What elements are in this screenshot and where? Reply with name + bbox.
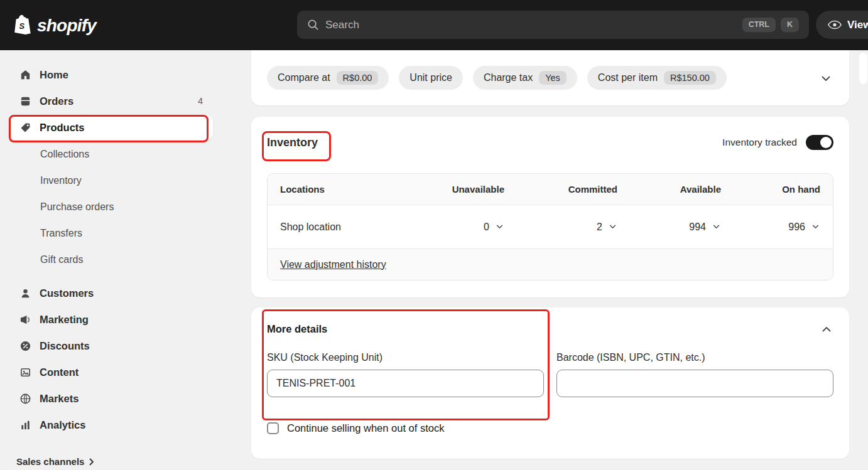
pill-label: Compare at <box>278 72 330 83</box>
unavailable-value: 0 <box>484 222 489 233</box>
sidebar-item-label: Content <box>40 366 79 378</box>
continue-selling-checkbox[interactable] <box>267 422 279 434</box>
svg-text:S: S <box>19 21 25 31</box>
more-details-card: More details SKU (Stock Keeping Unit) Ba… <box>251 307 849 459</box>
inventory-table: Locations Unavailable Committed Availabl… <box>267 173 833 280</box>
committed-dropdown-chevron-icon[interactable] <box>608 223 617 230</box>
sidebar-item-content[interactable]: Content <box>9 360 213 385</box>
more-details-title: More details <box>267 323 327 335</box>
sidebar-item-home[interactable]: Home <box>9 62 213 87</box>
content-icon <box>19 366 31 378</box>
pricing-card: Compare at R$0.00 Unit price Charge tax … <box>251 50 849 105</box>
continue-selling-label: Continue selling when out of stock <box>287 422 444 434</box>
inventory-title: Inventory <box>267 134 318 151</box>
kbd-k: K <box>781 18 799 32</box>
col-locations: Locations <box>280 184 388 195</box>
orders-icon <box>19 95 31 107</box>
sidebar-item-marketing[interactable]: Marketing <box>9 307 213 332</box>
sku-label: SKU (Stock Keeping Unit) <box>267 351 544 364</box>
on-hand-value: 996 <box>788 222 805 233</box>
home-icon <box>19 68 31 81</box>
view-button-label: View <box>847 19 868 31</box>
available-value: 994 <box>689 222 706 233</box>
pill-label: Unit price <box>410 72 452 83</box>
sidebar-item-products[interactable]: Products <box>9 115 213 140</box>
sidebar-item-label: Marketing <box>40 314 89 326</box>
sidebar-item-orders[interactable]: Orders 4 <box>9 88 213 114</box>
sales-channels-label: Sales channels <box>16 456 84 467</box>
sidebar-item-label: Discounts <box>40 340 90 352</box>
kbd-ctrl: CTRL <box>742 18 776 32</box>
unit-price-pill[interactable]: Unit price <box>399 66 463 90</box>
col-unavailable: Unavailable <box>388 184 504 195</box>
sidebar-item-customers[interactable]: Customers <box>9 280 213 306</box>
markets-globe-icon <box>19 392 31 405</box>
sidebar-item-label: Analytics <box>40 419 85 431</box>
discounts-icon <box>19 339 31 352</box>
available-dropdown-chevron-icon[interactable] <box>712 223 721 230</box>
topbar: S shopify CTRL K View <box>0 0 868 50</box>
sidebar-item-label: Products <box>40 122 85 134</box>
sidebar-subitem-inventory[interactable]: Inventory <box>9 168 213 194</box>
sku-field-group: SKU (Stock Keeping Unit) <box>267 351 544 397</box>
chevron-up-icon[interactable] <box>820 324 833 334</box>
analytics-bars-icon <box>19 419 31 431</box>
marketing-icon <box>19 313 31 326</box>
inventory-tracked-toggle[interactable] <box>806 135 833 150</box>
continue-selling-row: Continue selling when out of stock <box>267 422 833 434</box>
sidebar-subitem-gift-cards[interactable]: Gift cards <box>9 247 213 273</box>
table-row: Shop location 0 2 994 <box>268 205 833 249</box>
sidebar-subitem-collections[interactable]: Collections <box>9 141 213 168</box>
barcode-field-group: Barcode (ISBN, UPC, GTIN, etc.) <box>556 351 833 397</box>
global-search[interactable]: CTRL K <box>297 11 809 39</box>
main-content: Compare at R$0.00 Unit price Charge tax … <box>222 50 868 470</box>
sku-input[interactable] <box>267 370 544 397</box>
sidebar-item-discounts[interactable]: Discounts <box>9 333 213 358</box>
sidebar: Home Orders 4 Products Collections Inven… <box>0 50 222 470</box>
col-available: Available <box>617 184 721 195</box>
sidebar-item-label: Orders <box>40 95 73 107</box>
sales-channels-header[interactable]: Sales channels <box>16 456 94 467</box>
sidebar-item-label: Customers <box>40 287 94 299</box>
compare-at-value: R$0.00 <box>337 71 379 85</box>
orders-count-badge: 4 <box>198 96 203 106</box>
pricing-pills: Compare at R$0.00 Unit price Charge tax … <box>267 66 727 90</box>
customers-icon <box>19 287 31 299</box>
inventory-tracked-label: Inventory tracked <box>722 137 797 148</box>
inventory-card: Inventory Inventory tracked Locations Un… <box>251 117 849 297</box>
products-tag-icon <box>19 121 31 134</box>
shopify-logo[interactable]: S shopify <box>14 14 96 38</box>
unavailable-dropdown-chevron-icon[interactable] <box>495 223 504 230</box>
shopify-wordmark: shopify <box>37 16 96 36</box>
committed-value: 2 <box>597 222 602 233</box>
col-on-hand: On hand <box>721 184 820 195</box>
shopify-bag-icon: S <box>14 14 33 38</box>
on-hand-dropdown-chevron-icon[interactable] <box>811 223 820 230</box>
charge-tax-pill[interactable]: Charge tax Yes <box>473 66 577 90</box>
pill-label: Charge tax <box>484 72 533 83</box>
search-input[interactable] <box>325 19 736 31</box>
sidebar-item-analytics[interactable]: Analytics <box>9 412 213 437</box>
sidebar-subitem-purchase-orders[interactable]: Purchase orders <box>9 194 213 220</box>
compare-at-pill[interactable]: Compare at R$0.00 <box>267 66 389 90</box>
barcode-label: Barcode (ISBN, UPC, GTIN, etc.) <box>556 351 833 364</box>
cost-per-item-pill[interactable]: Cost per item R$150.00 <box>587 66 727 90</box>
location-name: Shop location <box>280 222 388 233</box>
barcode-input[interactable] <box>556 370 833 397</box>
search-icon <box>307 19 319 31</box>
inventory-table-footer: View adjustment history <box>268 249 833 280</box>
chevron-right-icon <box>89 458 94 466</box>
sidebar-subitem-transfers[interactable]: Transfers <box>9 220 213 247</box>
scrollbar-thumb[interactable] <box>859 53 867 84</box>
toggle-knob <box>820 137 832 148</box>
view-adjustment-history-link[interactable]: View adjustment history <box>280 259 386 270</box>
cost-per-item-value: R$150.00 <box>664 71 716 85</box>
chevron-down-icon[interactable] <box>819 73 833 84</box>
sidebar-item-label: Home <box>40 69 68 81</box>
sidebar-item-markets[interactable]: Markets <box>9 386 213 411</box>
pill-label: Cost per item <box>598 72 658 83</box>
eye-icon <box>828 20 842 29</box>
col-committed: Committed <box>504 184 617 195</box>
charge-tax-value: Yes <box>539 71 567 85</box>
view-button[interactable]: View <box>816 11 868 39</box>
